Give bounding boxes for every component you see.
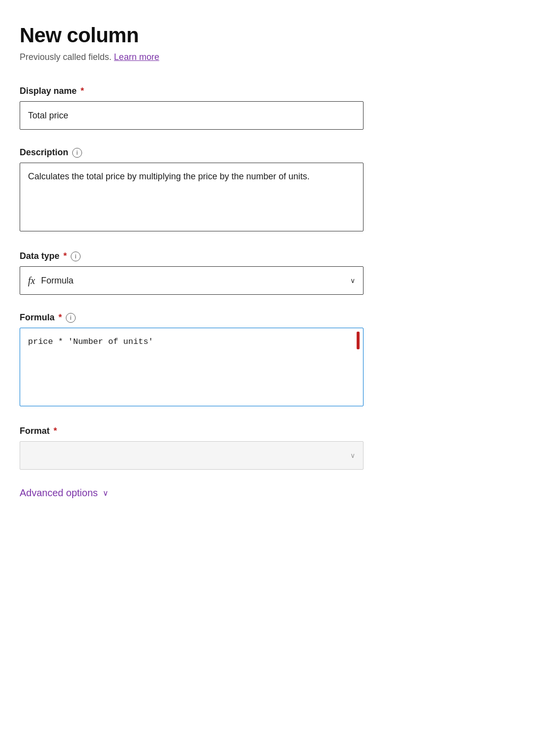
description-group: Description i Calculates the total price… (20, 147, 540, 233)
formula-required: * (58, 312, 62, 323)
data-type-info-icon[interactable]: i (71, 252, 81, 261)
formula-info-icon[interactable]: i (66, 313, 76, 323)
data-type-group: Data type * i fx Formula ∨ (20, 251, 540, 295)
page-subtitle: Previously called fields. Learn more (20, 52, 540, 62)
format-select[interactable]: ∨ (20, 441, 364, 470)
description-label: Description i (20, 147, 540, 158)
display-name-label: Display name * (20, 86, 540, 96)
format-chevron-icon: ∨ (350, 451, 355, 459)
format-required: * (54, 426, 57, 436)
description-input[interactable]: Calculates the total price by multiplyin… (20, 163, 364, 231)
formula-fx-icon: fx (28, 275, 35, 286)
formula-label: Formula * i (20, 312, 540, 323)
display-name-group: Display name * (20, 86, 540, 130)
formula-group: Formula * i price * 'Number of units' (20, 312, 540, 408)
page-title: New column (20, 24, 540, 47)
formula-wrapper: price * 'Number of units' (20, 328, 364, 408)
data-type-label: Data type * i (20, 251, 540, 261)
display-name-required: * (81, 86, 84, 96)
formula-error-indicator (357, 332, 360, 349)
display-name-input[interactable] (20, 101, 364, 130)
advanced-options-toggle[interactable]: Advanced options ∨ (20, 487, 540, 499)
data-type-select[interactable]: fx Formula ∨ (20, 266, 364, 295)
description-info-icon[interactable]: i (72, 148, 82, 158)
data-type-value: Formula (41, 276, 73, 286)
learn-more-link[interactable]: Learn more (114, 52, 159, 62)
format-group: Format * ∨ (20, 426, 540, 470)
advanced-options-label: Advanced options (20, 487, 98, 499)
data-type-chevron-icon: ∨ (350, 277, 355, 284)
formula-input[interactable]: price * 'Number of units' (20, 328, 364, 406)
format-label: Format * (20, 426, 540, 436)
advanced-options-chevron-icon: ∨ (103, 488, 109, 498)
data-type-required: * (63, 251, 67, 261)
